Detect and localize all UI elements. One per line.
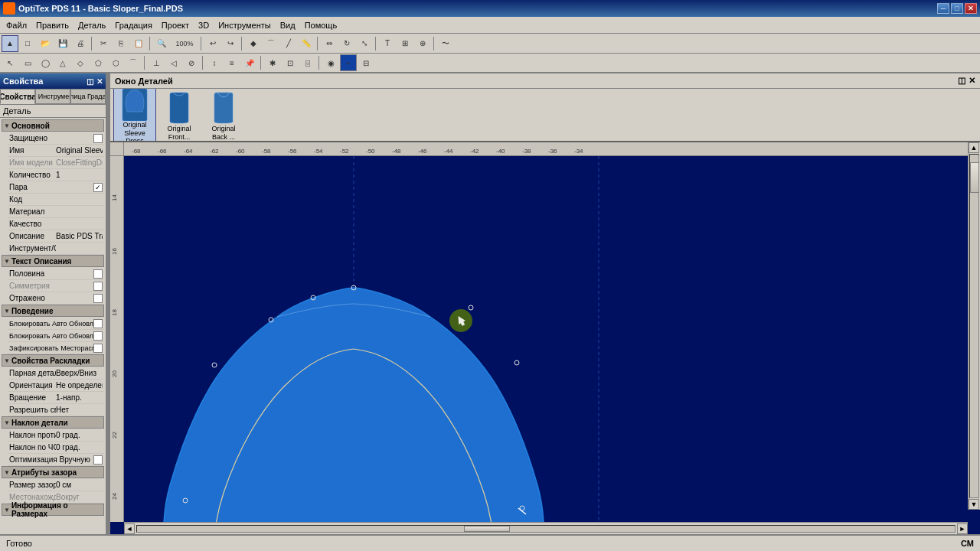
- check-half[interactable]: [93, 269, 103, 279]
- vertical-scrollbar[interactable]: ▲ ▼: [968, 142, 980, 510]
- section-layout[interactable]: ▼ Свойства Раскладки: [2, 354, 104, 367]
- copy-btn[interactable]: ⎘: [113, 35, 129, 52]
- wave-btn[interactable]: 〜: [437, 35, 454, 52]
- check-reflected[interactable]: [93, 294, 103, 303]
- zoom-in-btn[interactable]: 🔍: [153, 35, 170, 52]
- scale-btn[interactable]: ⤡: [356, 35, 373, 52]
- notch-btn[interactable]: ⊥: [148, 54, 165, 71]
- ellipse-btn[interactable]: ◯: [37, 54, 54, 71]
- group-btn[interactable]: ⊡: [282, 54, 299, 71]
- pin-btn[interactable]: 📌: [241, 54, 258, 71]
- h-scroll-track[interactable]: [136, 525, 956, 533]
- sep9: [202, 56, 204, 70]
- menu-edit[interactable]: Править: [31, 19, 74, 31]
- fill-btn[interactable]: ◉: [322, 54, 339, 71]
- mirror-btn[interactable]: ⇔: [321, 35, 338, 52]
- select-tool-btn[interactable]: ▲: [2, 35, 18, 52]
- menu-tools[interactable]: Инструменты: [214, 19, 276, 31]
- arc-btn[interactable]: ⌒: [125, 54, 142, 71]
- curve-btn[interactable]: ⌒: [263, 35, 279, 52]
- value-tilt-ccw: 0 град.: [56, 431, 103, 439]
- rect-tool-btn[interactable]: □: [19, 35, 36, 52]
- redo-btn[interactable]: ↪: [222, 35, 239, 52]
- check-protected[interactable]: [93, 134, 103, 143]
- section-gap[interactable]: ▼ Атрибуты зазора: [2, 466, 104, 478]
- rect2-btn[interactable]: ▭: [19, 54, 36, 71]
- align-btn[interactable]: ≡: [224, 54, 240, 71]
- close-button[interactable]: ✕: [965, 3, 977, 14]
- select2-btn[interactable]: ↖: [2, 54, 18, 71]
- piece-tab-front[interactable]: OriginalFront...: [158, 89, 201, 142]
- tab-tools[interactable]: Окно Инструмента...: [35, 89, 70, 104]
- props-float-btn[interactable]: ◫: [87, 77, 93, 86]
- minimize-button[interactable]: ─: [937, 3, 949, 14]
- prop-opt-manual: Оптимизация Вручную: [8, 454, 104, 466]
- stitch-btn[interactable]: ⌻: [299, 54, 316, 71]
- section-osnov[interactable]: ▼ Основной: [2, 119, 104, 132]
- text-btn[interactable]: T: [379, 35, 396, 52]
- back-thumbnail: [211, 91, 236, 125]
- rotate-btn[interactable]: ↻: [338, 35, 355, 52]
- check-symmetry[interactable]: [93, 282, 103, 291]
- cut-btn[interactable]: ✂: [95, 35, 112, 52]
- check-block-n[interactable]: [93, 331, 103, 341]
- h-scroll-thumb[interactable]: [464, 526, 510, 532]
- tab-grading[interactable]: Таблица Градации: [70, 89, 106, 104]
- seam-btn[interactable]: ⊘: [183, 54, 200, 71]
- details-float-btn[interactable]: ◫: [958, 76, 965, 86]
- menu-detail[interactable]: Деталь: [74, 19, 110, 31]
- props-close-btn[interactable]: ✕: [96, 77, 103, 86]
- prop-tilt-ccw: Наклон против ЧС 0 град.: [8, 429, 104, 442]
- piece-tab-back[interactable]: OriginalBack ...: [202, 89, 245, 142]
- v-scroll-thumb[interactable]: [970, 162, 979, 193]
- scroll-up-btn[interactable]: ▲: [969, 142, 979, 153]
- tri-btn[interactable]: △: [54, 54, 71, 71]
- explode-btn[interactable]: ✱: [264, 54, 281, 71]
- print-btn[interactable]: 🖨: [72, 35, 89, 52]
- dart-btn[interactable]: ◁: [165, 54, 182, 71]
- check-opt-manual[interactable]: [93, 455, 103, 465]
- diamond-btn[interactable]: ◇: [72, 54, 89, 71]
- node-btn[interactable]: ◆: [245, 35, 262, 52]
- menu-grading[interactable]: Градация: [110, 19, 157, 31]
- save-btn[interactable]: 💾: [54, 35, 71, 52]
- section-tilt[interactable]: ▼ Наклон детали: [2, 416, 104, 429]
- paste-btn[interactable]: 📋: [130, 35, 147, 52]
- menu-3d[interactable]: 3D: [194, 19, 214, 31]
- line-btn[interactable]: ╱: [280, 35, 297, 52]
- grain-btn[interactable]: ↕: [206, 54, 223, 71]
- menu-view[interactable]: Вид: [276, 19, 300, 31]
- hex-btn[interactable]: ⬡: [107, 54, 124, 71]
- open-btn[interactable]: 📂: [37, 35, 54, 52]
- zoom-pct[interactable]: 100%: [171, 35, 198, 52]
- piece-tab-sleeve[interactable]: OriginalSleeveDress: [113, 89, 156, 142]
- check-block-w[interactable]: [93, 319, 103, 328]
- section-behavior[interactable]: ▼ Поведение: [2, 305, 104, 317]
- scroll-down-btn[interactable]: ▼: [969, 499, 979, 510]
- details-close-btn[interactable]: ✕: [969, 76, 975, 86]
- pattern-btn[interactable]: ⊟: [358, 54, 374, 71]
- scroll-right-btn[interactable]: ►: [957, 523, 968, 534]
- prop-fix-pos: Зафиксировать Месторасположен: [8, 342, 104, 354]
- piece-canvas[interactable]: [124, 156, 980, 522]
- maximize-button[interactable]: □: [951, 3, 963, 14]
- color-btn[interactable]: ▪: [340, 54, 357, 71]
- menu-project[interactable]: Проект: [157, 19, 194, 31]
- menu-help[interactable]: Помощь: [300, 19, 342, 31]
- sep7: [433, 37, 435, 51]
- tab-properties[interactable]: Свойства: [0, 89, 35, 104]
- section-sizeinfo[interactable]: ▼ Информация о Размерах: [2, 504, 104, 516]
- snap-btn[interactable]: ⊕: [414, 35, 431, 52]
- check-pair[interactable]: [93, 183, 103, 192]
- menu-file[interactable]: Файл: [2, 19, 31, 31]
- undo-btn[interactable]: ↩: [204, 35, 221, 52]
- prop-name: Имя Original Sleeve: [8, 145, 104, 157]
- measure-btn[interactable]: 📏: [298, 35, 315, 52]
- scroll-left-btn[interactable]: ◄: [124, 523, 135, 534]
- grid-btn[interactable]: ⊞: [397, 35, 413, 52]
- section-textdesc[interactable]: ▼ Текст Описания: [2, 255, 104, 267]
- canvas-area[interactable]: -68 -66 -64 -62 -60 -58 -56 -54 -52 -50 …: [124, 142, 980, 522]
- check-fix-pos[interactable]: [93, 344, 103, 353]
- penta-btn[interactable]: ⬠: [90, 54, 106, 71]
- horizontal-scrollbar[interactable]: ◄ ►: [124, 522, 968, 534]
